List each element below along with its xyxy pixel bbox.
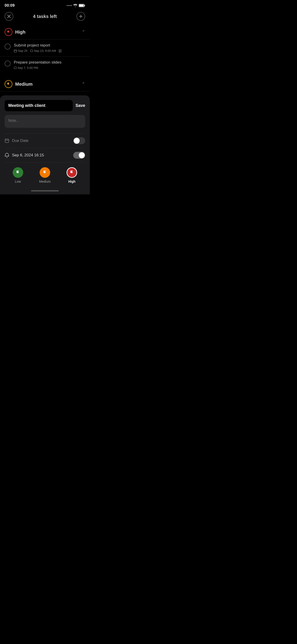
high-flag-icon [66,167,77,178]
task-meta: Sep 7, 5:00 PM [14,66,85,70]
high-section-chevron[interactable]: ⌃ [82,30,85,34]
task-input-row: Save [4,100,85,111]
task-title: Submit project report [14,43,85,48]
home-bar [31,190,59,192]
svg-rect-1 [84,5,85,6]
task-checkbox[interactable] [4,60,10,66]
task-checkbox[interactable] [4,44,10,50]
priority-medium-option[interactable]: Medium [39,167,51,183]
due-date-row: Due Date [4,133,85,148]
task-item: Submit project report Sep 25 [0,39,90,56]
medium-priority-flag [4,80,12,88]
high-priority-header: High ⌃ [0,25,90,39]
status-icons [67,4,85,7]
reminder-toggle[interactable] [73,152,85,159]
task-name-input[interactable] [4,100,73,111]
toggle-knob [79,152,85,158]
top-nav: 4 tasks left [0,10,90,25]
high-task-list: Submit project report Sep 25 [0,39,90,73]
priority-high-option[interactable]: High [66,167,77,183]
toggle-knob [74,138,80,144]
due-date-label: Due Date [12,138,28,143]
task-title: Prepare presentation slides [14,60,85,65]
medium-section-chevron[interactable]: ⌃ [82,82,85,86]
priority-selector: Low Medium High [4,162,85,187]
signal-icon [67,5,72,6]
bottom-sheet: Save Due Date Sep 6, 2024 16:15 [0,95,90,194]
low-flag-icon [13,167,23,178]
bell-icon [4,153,9,158]
svg-rect-21 [5,139,9,142]
save-button[interactable]: Save [76,103,85,108]
due-date-toggle[interactable] [73,137,85,144]
high-option-label: High [68,180,76,183]
status-bar: 00:09 [0,0,90,10]
medium-section-label: Medium [15,82,33,87]
task-reminder: Sep 23, 9:00 AM [30,49,56,52]
wifi-icon [73,4,77,7]
close-button[interactable] [4,12,13,21]
task-note-icon [59,49,62,52]
tasks-count: 4 tasks left [33,14,57,19]
medium-priority-header: Medium ⌃ [0,77,90,91]
note-input[interactable] [4,115,85,128]
calendar-icon [4,138,9,143]
high-priority-flag [4,28,12,36]
svg-rect-7 [14,50,17,52]
reminder-row: Sep 6, 2024 16:15 [4,148,85,162]
svg-rect-2 [79,4,84,7]
task-item: Prepare presentation slides Sep 7, 5:00 … [0,56,90,73]
reminder-value: Sep 6, 2024 16:15 [12,153,44,158]
medium-option-label: Medium [39,180,51,183]
task-reminder: Sep 7, 5:00 PM [14,66,38,70]
task-meta: Sep 25 Sep 23, 9:00 AM [14,49,85,52]
status-time: 00:09 [4,3,14,8]
add-task-button[interactable] [76,12,85,21]
low-option-label: Low [15,180,21,183]
high-section-label: High [15,30,25,35]
battery-icon [79,4,85,7]
home-indicator [4,187,85,194]
priority-low-option[interactable]: Low [13,167,23,183]
medium-flag-icon [40,167,50,178]
task-due-date: Sep 25 [14,49,28,52]
